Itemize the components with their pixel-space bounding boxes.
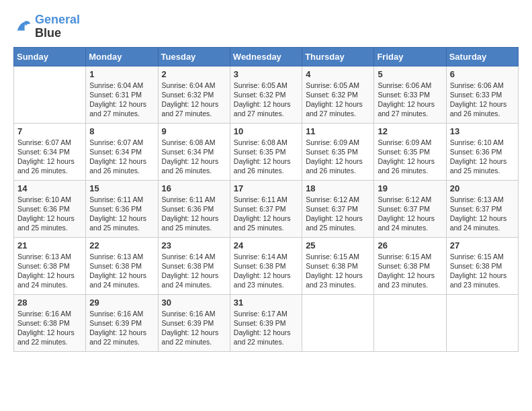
day-header-thursday: Thursday — [302, 47, 374, 66]
day-cell: 2Sunrise: 6:04 AM Sunset: 6:32 PM Daylig… — [158, 66, 230, 123]
day-cell — [374, 294, 446, 351]
page-header: GeneralBlue — [13, 13, 519, 40]
day-number: 3 — [234, 69, 298, 79]
day-number: 7 — [17, 126, 82, 136]
day-cell: 9Sunrise: 6:08 AM Sunset: 6:34 PM Daylig… — [158, 123, 230, 180]
day-number: 9 — [162, 126, 226, 136]
day-cell — [14, 66, 86, 123]
day-number: 14 — [17, 183, 82, 193]
day-info: Sunrise: 6:08 AM Sunset: 6:35 PM Dayligh… — [234, 138, 298, 176]
day-number: 23 — [162, 240, 226, 250]
day-cell — [446, 294, 518, 351]
day-cell: 12Sunrise: 6:09 AM Sunset: 6:35 PM Dayli… — [374, 123, 446, 180]
week-row-1: 1Sunrise: 6:04 AM Sunset: 6:31 PM Daylig… — [14, 66, 519, 123]
day-cell — [302, 294, 374, 351]
day-number: 17 — [234, 183, 298, 193]
day-number: 21 — [17, 240, 82, 250]
day-header-saturday: Saturday — [446, 47, 518, 66]
day-cell: 1Sunrise: 6:04 AM Sunset: 6:31 PM Daylig… — [86, 66, 158, 123]
day-cell: 27Sunrise: 6:15 AM Sunset: 6:38 PM Dayli… — [446, 237, 518, 294]
day-cell: 26Sunrise: 6:15 AM Sunset: 6:38 PM Dayli… — [374, 237, 446, 294]
days-header-row: SundayMondayTuesdayWednesdayThursdayFrid… — [14, 47, 519, 66]
day-number: 25 — [306, 240, 370, 250]
day-cell: 10Sunrise: 6:08 AM Sunset: 6:35 PM Dayli… — [230, 123, 302, 180]
week-row-2: 7Sunrise: 6:07 AM Sunset: 6:34 PM Daylig… — [14, 123, 519, 180]
day-cell: 4Sunrise: 6:05 AM Sunset: 6:32 PM Daylig… — [302, 66, 374, 123]
day-cell: 24Sunrise: 6:14 AM Sunset: 6:38 PM Dayli… — [230, 237, 302, 294]
day-number: 18 — [306, 183, 370, 193]
day-cell: 19Sunrise: 6:12 AM Sunset: 6:37 PM Dayli… — [374, 180, 446, 237]
day-number: 31 — [234, 298, 298, 308]
calendar-table: SundayMondayTuesdayWednesdayThursdayFrid… — [13, 47, 519, 352]
week-row-4: 21Sunrise: 6:13 AM Sunset: 6:38 PM Dayli… — [14, 237, 519, 294]
day-header-monday: Monday — [86, 47, 158, 66]
day-info: Sunrise: 6:11 AM Sunset: 6:36 PM Dayligh… — [89, 195, 154, 233]
day-cell: 18Sunrise: 6:12 AM Sunset: 6:37 PM Dayli… — [302, 180, 374, 237]
day-number: 22 — [89, 240, 154, 250]
day-info: Sunrise: 6:11 AM Sunset: 6:36 PM Dayligh… — [162, 195, 226, 233]
day-info: Sunrise: 6:04 AM Sunset: 6:32 PM Dayligh… — [162, 81, 226, 119]
day-info: Sunrise: 6:11 AM Sunset: 6:37 PM Dayligh… — [234, 195, 298, 233]
day-info: Sunrise: 6:09 AM Sunset: 6:35 PM Dayligh… — [378, 138, 442, 176]
day-cell: 15Sunrise: 6:11 AM Sunset: 6:36 PM Dayli… — [86, 180, 158, 237]
day-info: Sunrise: 6:10 AM Sunset: 6:36 PM Dayligh… — [450, 138, 515, 176]
day-info: Sunrise: 6:15 AM Sunset: 6:38 PM Dayligh… — [450, 252, 515, 290]
day-info: Sunrise: 6:14 AM Sunset: 6:38 PM Dayligh… — [162, 252, 226, 290]
day-cell: 25Sunrise: 6:15 AM Sunset: 6:38 PM Dayli… — [302, 237, 374, 294]
day-number: 10 — [234, 126, 298, 136]
day-cell: 21Sunrise: 6:13 AM Sunset: 6:38 PM Dayli… — [14, 237, 86, 294]
day-cell: 20Sunrise: 6:13 AM Sunset: 6:37 PM Dayli… — [446, 180, 518, 237]
day-info: Sunrise: 6:12 AM Sunset: 6:37 PM Dayligh… — [378, 195, 442, 233]
day-info: Sunrise: 6:05 AM Sunset: 6:32 PM Dayligh… — [306, 81, 370, 119]
day-number: 19 — [378, 183, 442, 193]
day-info: Sunrise: 6:13 AM Sunset: 6:38 PM Dayligh… — [89, 252, 154, 290]
day-info: Sunrise: 6:07 AM Sunset: 6:34 PM Dayligh… — [89, 138, 154, 176]
day-number: 6 — [450, 69, 515, 79]
day-info: Sunrise: 6:15 AM Sunset: 6:38 PM Dayligh… — [306, 252, 370, 290]
day-number: 13 — [450, 126, 515, 136]
day-info: Sunrise: 6:14 AM Sunset: 6:38 PM Dayligh… — [234, 252, 298, 290]
day-cell: 16Sunrise: 6:11 AM Sunset: 6:36 PM Dayli… — [158, 180, 230, 237]
day-cell: 31Sunrise: 6:17 AM Sunset: 6:39 PM Dayli… — [230, 294, 302, 351]
day-cell: 22Sunrise: 6:13 AM Sunset: 6:38 PM Dayli… — [86, 237, 158, 294]
day-number: 4 — [306, 69, 370, 79]
day-info: Sunrise: 6:16 AM Sunset: 6:39 PM Dayligh… — [162, 309, 226, 347]
day-cell: 8Sunrise: 6:07 AM Sunset: 6:34 PM Daylig… — [86, 123, 158, 180]
day-number: 1 — [89, 69, 154, 79]
day-info: Sunrise: 6:06 AM Sunset: 6:33 PM Dayligh… — [378, 81, 442, 119]
day-info: Sunrise: 6:10 AM Sunset: 6:36 PM Dayligh… — [17, 195, 82, 233]
day-number: 20 — [450, 183, 515, 193]
day-info: Sunrise: 6:08 AM Sunset: 6:34 PM Dayligh… — [162, 138, 226, 176]
day-info: Sunrise: 6:13 AM Sunset: 6:37 PM Dayligh… — [450, 195, 515, 233]
day-info: Sunrise: 6:06 AM Sunset: 6:33 PM Dayligh… — [450, 81, 515, 119]
day-number: 5 — [378, 69, 442, 79]
day-number: 28 — [17, 298, 82, 308]
day-cell: 6Sunrise: 6:06 AM Sunset: 6:33 PM Daylig… — [446, 66, 518, 123]
day-number: 16 — [162, 183, 226, 193]
day-cell: 29Sunrise: 6:16 AM Sunset: 6:39 PM Dayli… — [86, 294, 158, 351]
day-info: Sunrise: 6:09 AM Sunset: 6:35 PM Dayligh… — [306, 138, 370, 176]
day-number: 2 — [162, 69, 226, 79]
week-row-5: 28Sunrise: 6:16 AM Sunset: 6:38 PM Dayli… — [14, 294, 519, 351]
day-info: Sunrise: 6:17 AM Sunset: 6:39 PM Dayligh… — [234, 309, 298, 347]
day-info: Sunrise: 6:16 AM Sunset: 6:38 PM Dayligh… — [17, 309, 82, 347]
day-number: 12 — [378, 126, 442, 136]
day-header-tuesday: Tuesday — [158, 47, 230, 66]
day-number: 15 — [89, 183, 154, 193]
day-cell: 23Sunrise: 6:14 AM Sunset: 6:38 PM Dayli… — [158, 237, 230, 294]
logo-bird-icon — [13, 17, 32, 36]
day-cell: 28Sunrise: 6:16 AM Sunset: 6:38 PM Dayli… — [14, 294, 86, 351]
day-number: 11 — [306, 126, 370, 136]
day-header-wednesday: Wednesday — [230, 47, 302, 66]
day-number: 30 — [162, 298, 226, 308]
day-info: Sunrise: 6:07 AM Sunset: 6:34 PM Dayligh… — [17, 138, 82, 176]
day-number: 29 — [89, 298, 154, 308]
day-cell: 7Sunrise: 6:07 AM Sunset: 6:34 PM Daylig… — [14, 123, 86, 180]
day-info: Sunrise: 6:04 AM Sunset: 6:31 PM Dayligh… — [89, 81, 154, 119]
day-info: Sunrise: 6:16 AM Sunset: 6:39 PM Dayligh… — [89, 309, 154, 347]
logo: GeneralBlue — [13, 13, 80, 40]
day-cell: 17Sunrise: 6:11 AM Sunset: 6:37 PM Dayli… — [230, 180, 302, 237]
day-info: Sunrise: 6:13 AM Sunset: 6:38 PM Dayligh… — [17, 252, 82, 290]
logo-text: GeneralBlue — [35, 13, 80, 40]
day-cell: 13Sunrise: 6:10 AM Sunset: 6:36 PM Dayli… — [446, 123, 518, 180]
